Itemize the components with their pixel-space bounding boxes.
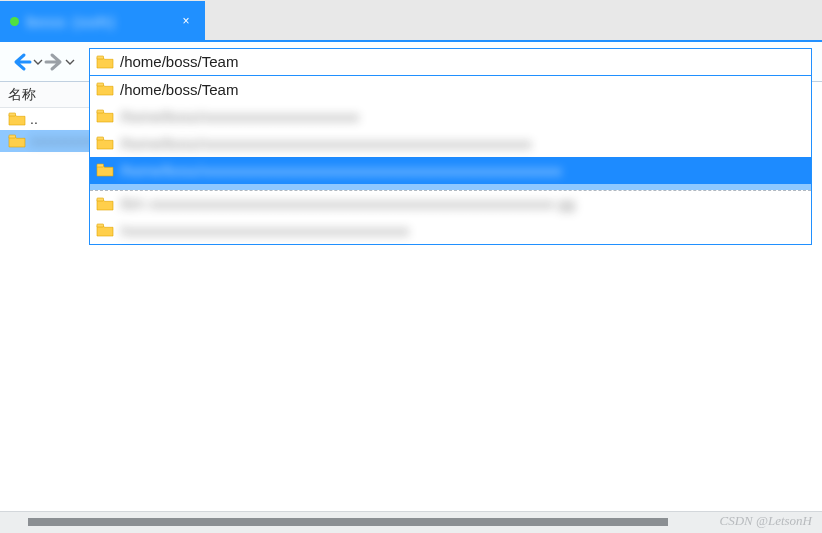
- toolbar: /home/boss/Team /home/boss/Team /home/bo…: [0, 42, 822, 82]
- nav-buttons: [12, 52, 75, 72]
- dropdown-item[interactable]: /xxxxxxxxxxxxxxxxxxxxxxxxxxxxxxxxxxxxxx: [90, 217, 811, 244]
- folder-icon: [8, 134, 26, 148]
- folder-icon: [96, 55, 114, 69]
- address-bar[interactable]: /home/boss/Team /home/boss/Team /home/bo…: [89, 48, 812, 76]
- folder-icon: [96, 163, 114, 177]
- forward-button[interactable]: [44, 52, 64, 72]
- dropdown-item-label: /home/boss/xxxxxxxxxxxxxxxxxxxxxxxxxxxxx…: [120, 162, 562, 179]
- dropdown-item[interactable]: /home/boss/xxxxxxxxxxxxxxxxxxxxx: [90, 103, 811, 130]
- connection-status-dot: [10, 17, 19, 26]
- tab-strip: boss (ssh) ×: [0, 0, 822, 42]
- dropdown-item[interactable]: /home/boss/Team: [90, 76, 811, 103]
- dropdown-item-label: /home/boss/Team: [120, 81, 238, 98]
- dropdown-item-label: /home/boss/xxxxxxxxxxxxxxxxxxxxx: [120, 108, 359, 125]
- dropdown-item-label: /xxxxxxxxxxxxxxxxxxxxxxxxxxxxxxxxxxxxxx: [120, 222, 409, 239]
- tab-close-icon[interactable]: ×: [177, 12, 195, 30]
- address-path[interactable]: /home/boss/Team: [120, 53, 805, 70]
- folder-icon: [96, 82, 114, 96]
- dropdown-item[interactable]: /b/n xxxxxxxxxxxxxxxxxxxxxxxxxxxxxxxxxxx…: [90, 190, 811, 217]
- folder-icon: [8, 112, 26, 126]
- address-dropdown: /home/boss/Team /home/boss/xxxxxxxxxxxxx…: [89, 76, 812, 245]
- app-window: boss (ssh) × /home/boss/Team /home/boss/…: [0, 0, 822, 533]
- dropdown-item-label: /home/boss/xxxxxxxxxxxxxxxxxxxxxxxxxxxxx…: [120, 135, 532, 152]
- status-bar: CSDN @LetsonH: [0, 511, 822, 533]
- forward-history-dropdown[interactable]: [65, 52, 75, 72]
- back-button[interactable]: [12, 52, 32, 72]
- horizontal-scrollbar[interactable]: [28, 518, 668, 526]
- dropdown-item-selected[interactable]: /home/boss/xxxxxxxxxxxxxxxxxxxxxxxxxxxxx…: [90, 157, 811, 184]
- folder-icon: [96, 109, 114, 123]
- dropdown-item-label: /b/n xxxxxxxxxxxxxxxxxxxxxxxxxxxxxxxxxxx…: [120, 195, 575, 212]
- tab-active[interactable]: boss (ssh) ×: [0, 1, 205, 41]
- watermark: CSDN @LetsonH: [720, 513, 813, 529]
- folder-icon: [96, 197, 114, 211]
- folder-icon: [96, 223, 114, 237]
- folder-icon: [96, 136, 114, 150]
- dropdown-item[interactable]: /home/boss/xxxxxxxxxxxxxxxxxxxxxxxxxxxxx…: [90, 130, 811, 157]
- tab-title: boss (ssh): [27, 13, 177, 30]
- back-history-dropdown[interactable]: [33, 52, 43, 72]
- list-item-label: ..: [30, 111, 38, 127]
